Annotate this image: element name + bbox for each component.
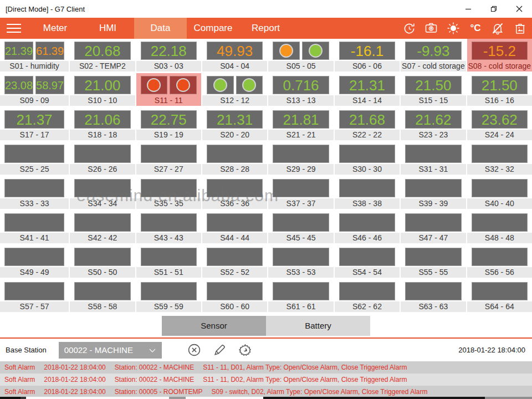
sensor-cell[interactable]: S37 - 37	[268, 176, 333, 209]
sensor-cell[interactable]: 22.18S03 - 03	[136, 39, 201, 71]
sensor-label: S55 - 55	[401, 267, 466, 278]
sensor-cell[interactable]: S53 - 53	[268, 245, 333, 278]
sensor-cell[interactable]: S38 - 38	[335, 176, 400, 209]
sensor-cell[interactable]: S26 - 26	[70, 142, 135, 175]
base-station-select[interactable]: 00022 - MACHINE	[59, 342, 162, 359]
celsius-icon[interactable]: °C	[469, 22, 482, 35]
sensor-cell[interactable]: S39 - 39	[401, 176, 466, 209]
clear-image-icon[interactable]	[513, 22, 526, 35]
cancel-icon[interactable]	[187, 343, 202, 357]
sensor-cell[interactable]: S61 - 61	[268, 279, 333, 312]
sensor-subdisplay	[74, 248, 130, 266]
sensor-cell[interactable]: S31 - 31	[401, 142, 466, 175]
sensor-cell[interactable]: -9.93S07 - cold storage	[401, 39, 466, 71]
minimize-button[interactable]	[456, 0, 481, 18]
sensor-cell[interactable]: 23.0858.97S09 - 09	[0, 73, 69, 106]
sensor-cell[interactable]: S11 - 11	[136, 73, 201, 106]
sensor-cell[interactable]: S58 - 58	[70, 279, 135, 312]
sensor-cell[interactable]: S29 - 29	[268, 142, 333, 175]
sensor-cell[interactable]: 21.62S23 - 23	[401, 108, 466, 140]
sensor-label: S64 - 64	[467, 301, 532, 312]
brightness-icon[interactable]	[447, 22, 460, 35]
sensor-display	[70, 142, 135, 164]
alarm-severity: Soft Alarm	[4, 376, 35, 383]
sensor-cell[interactable]: S36 - 36	[202, 176, 267, 209]
sensor-cell[interactable]: 21.31S14 - 14	[335, 73, 400, 106]
camera-icon[interactable]	[424, 22, 438, 35]
sensor-cell[interactable]: S40 - 40	[467, 176, 532, 209]
edit-pencil-icon[interactable]	[213, 343, 227, 357]
sensor-cell[interactable]: S59 - 59	[136, 279, 201, 312]
sensor-display	[268, 211, 333, 233]
sensor-cell[interactable]: S60 - 60	[202, 279, 267, 312]
sensor-cell[interactable]: S47 - 47	[401, 211, 466, 243]
sensor-cell[interactable]: 21.00S10 - 10	[70, 73, 135, 106]
close-button[interactable]	[507, 0, 532, 18]
sensor-cell[interactable]: S55 - 55	[401, 245, 466, 278]
tab-sensor[interactable]: Sensor	[162, 316, 266, 336]
restore-button[interactable]	[481, 0, 507, 18]
sensor-cell[interactable]: 0.716S13 - 13	[268, 73, 333, 106]
sensor-cell[interactable]: S57 - 57	[0, 279, 69, 312]
sensor-cell[interactable]: S32 - 32	[467, 142, 532, 175]
settings-gear-icon[interactable]	[238, 343, 253, 357]
sensor-cell[interactable]: S49 - 49	[0, 245, 69, 278]
sensor-cell[interactable]: S64 - 64	[467, 279, 532, 312]
sensor-cell[interactable]: S35 - 35	[136, 176, 201, 209]
sensor-cell[interactable]: 21.31S20 - 20	[202, 108, 267, 140]
sensor-cell[interactable]: S42 - 42	[70, 211, 135, 243]
sensor-cell[interactable]: 49.93S04 - 04	[202, 39, 267, 71]
sensor-cell[interactable]: S30 - 30	[335, 142, 400, 175]
sensor-cell[interactable]: S51 - 51	[136, 245, 201, 278]
sensor-cell[interactable]: S52 - 52	[202, 245, 267, 278]
sync-clock-icon[interactable]	[402, 22, 416, 35]
window-controls	[456, 0, 532, 18]
sensor-cell[interactable]: S44 - 44	[202, 211, 267, 243]
sensor-cell[interactable]: S27 - 27	[136, 142, 201, 175]
sensor-label: S41 - 41	[0, 233, 69, 243]
sensor-cell[interactable]: 21.68S22 - 22	[335, 108, 400, 140]
sensor-cell[interactable]: 23.62S24 - 24	[467, 108, 532, 140]
sensor-cell[interactable]: S25 - 25	[0, 142, 69, 175]
tab-compare[interactable]: Compare	[187, 18, 239, 39]
sensor-display	[136, 73, 201, 95]
sensor-display	[202, 211, 267, 233]
sensor-cell[interactable]: 21.50S16 - 16	[467, 73, 532, 106]
sensor-cell[interactable]: 21.3961.39S01 - humidity	[0, 39, 69, 71]
sensor-cell[interactable]: S05 - 05	[268, 39, 333, 71]
sensor-cell[interactable]: -15.2S08 - cold storage	[467, 39, 532, 71]
sensor-subdisplay	[273, 42, 300, 60]
sensor-cell[interactable]: S34 - 34	[70, 176, 135, 209]
tab-meter[interactable]: Meter	[29, 18, 81, 39]
sensor-cell[interactable]: S48 - 48	[467, 211, 532, 243]
sensor-cell[interactable]: S12 - 12	[202, 73, 267, 106]
sensor-cell[interactable]: 22.75S19 - 19	[136, 108, 201, 140]
sensor-cell[interactable]: 21.37S17 - 17	[0, 108, 69, 140]
alarm-log-row: Soft Alarm2018-01-22 18:04:00Station: 00…	[0, 386, 532, 398]
sensor-cell[interactable]: 21.50S15 - 15	[401, 73, 466, 106]
sensor-cell[interactable]: 21.06S18 - 18	[70, 108, 135, 140]
sensor-cell[interactable]: S43 - 43	[136, 211, 201, 243]
sensor-cell[interactable]: S63 - 63	[401, 279, 466, 312]
sensor-label: S60 - 60	[202, 301, 267, 312]
sensor-cell[interactable]: 21.81S21 - 21	[268, 108, 333, 140]
tab-battery[interactable]: Battery	[266, 316, 370, 336]
sensor-cell[interactable]: S54 - 54	[335, 245, 400, 278]
tab-hmi[interactable]: HMI	[81, 18, 134, 39]
alarm-mute-icon[interactable]	[491, 22, 504, 35]
sensor-cell[interactable]: S56 - 56	[467, 245, 532, 278]
sensor-cell[interactable]: -16.1S06 - 06	[335, 39, 400, 71]
sensor-cell[interactable]: S46 - 46	[335, 211, 400, 243]
sensor-cell[interactable]: 20.68S02 - TEMP2	[70, 39, 135, 71]
sensor-label: S09 - 09	[0, 95, 69, 106]
sensor-cell[interactable]: S50 - 50	[70, 245, 135, 278]
sensor-cell[interactable]: S33 - 33	[0, 176, 69, 209]
sensor-cell[interactable]: S62 - 62	[335, 279, 400, 312]
menu-icon[interactable]	[7, 21, 21, 35]
sensor-cell[interactable]: S41 - 41	[0, 211, 69, 243]
sensor-cell[interactable]: S28 - 28	[202, 142, 267, 175]
sensor-subdisplay	[472, 282, 528, 300]
tab-data[interactable]: Data	[134, 18, 187, 39]
sensor-cell[interactable]: S45 - 45	[268, 211, 333, 243]
tab-report[interactable]: Report	[239, 18, 292, 39]
